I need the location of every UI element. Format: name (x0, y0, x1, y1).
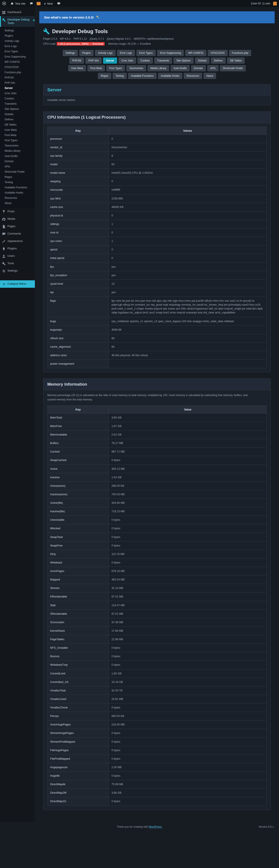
sidebar-subitem[interactable]: Transients (0, 101, 35, 106)
notification-badge[interactable] (37, 2, 40, 5)
tab[interactable]: Site Options (174, 58, 193, 64)
sidebar-item-pages[interactable]: Pages (0, 223, 35, 230)
sidebar-item-posts[interactable]: Posts (0, 208, 35, 215)
sidebar-subitem[interactable]: About (0, 200, 35, 206)
tab[interactable]: Taxonomies (126, 65, 146, 71)
sidebar-item-developer-debug-tools[interactable]: Developer Debug Tools (0, 16, 35, 27)
sidebar-subitem[interactable]: DB Tables (0, 122, 35, 127)
value-cell: 110.78 MB (109, 550, 267, 558)
sidebar-subitem[interactable]: Taxonomies (0, 143, 35, 148)
tab[interactable]: Functions.php (229, 50, 251, 56)
sidebar-subitem[interactable]: Functions.php (0, 70, 35, 75)
tab[interactable]: Settings (63, 50, 78, 56)
sidebar-subitem[interactable]: Error Suppressing (0, 54, 35, 59)
tab[interactable]: Cron Jobs (119, 58, 136, 64)
sidebar-subitem[interactable]: Globals (0, 112, 35, 117)
tab[interactable]: About (204, 73, 216, 79)
sidebar-subitem[interactable]: Domain (0, 159, 35, 164)
tab[interactable]: Post Types (106, 65, 125, 71)
sidebar-item-media[interactable]: Media (0, 215, 35, 223)
sidebar-subitem[interactable]: WP-CONFIG (0, 59, 35, 64)
sidebar-subitem[interactable]: PHP Info (0, 80, 35, 86)
sidebar-item-settings[interactable]: Settings (0, 267, 35, 275)
tab[interactable]: Post Meta (87, 65, 105, 71)
new-content-link[interactable]: + New (42, 0, 55, 7)
sidebar-subitem[interactable]: APIs (0, 164, 35, 169)
tab[interactable]: Cookies (137, 58, 153, 64)
sidebar-item-appearance[interactable]: Appearance (0, 238, 35, 245)
tab[interactable]: WP-CONFIG (185, 50, 206, 56)
debug-tools-adminbar-link[interactable] (55, 0, 63, 7)
key-cell: bugs (48, 317, 109, 326)
sidebar-subitem[interactable]: Media Library (0, 148, 35, 153)
tab[interactable]: Transients (154, 58, 172, 64)
tab[interactable]: Activity Logs (95, 50, 115, 56)
submenu-list-item: APIs (0, 164, 35, 169)
sidebar-item-users[interactable]: Users (0, 252, 35, 260)
tab[interactable]: APIs (207, 65, 218, 71)
sidebar-subitem[interactable]: PHP.INI (0, 75, 35, 80)
sidebar-subitem[interactable]: Resources (0, 195, 35, 200)
sidebar-subitem[interactable]: Error Logs (0, 43, 35, 49)
tab[interactable]: Shortcode Finder (220, 65, 246, 71)
sidebar-item-plugins[interactable]: Plugins (0, 245, 35, 252)
sidebar-subitem[interactable]: Server (0, 86, 35, 91)
sidebar-subitem[interactable]: Plugins (0, 33, 35, 38)
sidebar-item-tools[interactable]: Tools (0, 260, 35, 267)
tab[interactable]: PHP Info (86, 58, 101, 64)
collapse-menu-button[interactable]: Collapse Menu (0, 280, 35, 288)
sidebar-subitem[interactable]: Post Types (0, 138, 35, 143)
comments-link[interactable] (28, 0, 35, 7)
tab[interactable]: Media Library (148, 65, 169, 71)
sidebar-subitem[interactable]: Post Meta (0, 132, 35, 138)
sidebar-subitem[interactable]: Activity Logs (0, 38, 35, 43)
tab[interactable]: Error Suppressing (157, 50, 184, 56)
tab[interactable]: User Meta (68, 65, 86, 71)
wordpress-link[interactable]: WordPress. (149, 825, 162, 828)
submenu-list-item: Available Hooks (0, 190, 35, 195)
tab[interactable]: Defines (211, 58, 226, 64)
wp-logo[interactable]: W (0, 0, 8, 7)
tab[interactable]: Regex (98, 73, 111, 79)
tab[interactable]: Server (103, 58, 117, 64)
tab[interactable]: HTACCESS (208, 50, 227, 56)
tab[interactable]: DB Tables (227, 58, 245, 64)
tab[interactable]: Error Logs (117, 50, 135, 56)
value-cell: 0 (109, 228, 267, 237)
whats-new-banner[interactable]: See what's new in version 2.0.3! (39, 11, 275, 23)
tab[interactable]: Resources (184, 73, 202, 79)
tab[interactable]: Available Hooks (158, 73, 182, 79)
sidebar-subitem[interactable]: Settings (0, 28, 35, 33)
sidebar-subitem[interactable]: Testing (0, 180, 35, 185)
footer-version: Version 6.8.1 (258, 825, 274, 828)
sidebar-subitem[interactable]: Defines (0, 117, 35, 122)
sidebar-subitem[interactable]: Available Functions (0, 185, 35, 190)
tab[interactable]: Plugins (79, 50, 94, 56)
sidebar-item-comments[interactable]: Comments (0, 230, 35, 238)
sidebar-subitem[interactable]: Shortcode Finder (0, 169, 35, 175)
sidebar-subitem[interactable]: Available Hooks (0, 190, 35, 195)
tab[interactable]: Globals (195, 58, 210, 64)
account-link[interactable]: (User ID: 1) user (249, 0, 279, 7)
site-name-link[interactable]: Test site (8, 0, 28, 7)
sidebar-item-dashboard[interactable]: Dashboard (0, 9, 35, 16)
tab[interactable]: Available Functions (128, 73, 156, 79)
sidebar-subitem[interactable]: Cookies (0, 96, 35, 101)
sidebar-subitem[interactable]: Cron Jobs (0, 91, 35, 96)
tab[interactable]: PHP.INI (69, 58, 84, 64)
value-cell: 560.00 KB (109, 712, 267, 720)
sidebar-subitem[interactable]: Auto-Drafts (0, 153, 35, 159)
sidebar-subitem[interactable]: User Meta (0, 127, 35, 132)
sidebar-subitem[interactable]: Site Options (0, 106, 35, 112)
tab[interactable]: Auto-Drafts (171, 65, 190, 71)
table-row: Unevictable 0 bytes (48, 516, 267, 524)
sidebar-subitem[interactable]: HTACCESS (0, 64, 35, 70)
sidebar-subitem[interactable]: Regex (0, 175, 35, 180)
tab[interactable]: Error Types (136, 50, 156, 56)
tab[interactable]: Testing (113, 73, 127, 79)
wordpress-icon: W (2, 2, 6, 5)
value-cell: cpu_meltdown spectre_v1 spectre_v2 spec_… (109, 317, 267, 326)
tab[interactable]: Domain (191, 65, 206, 71)
sidebar-subitem[interactable]: Error Types (0, 49, 35, 54)
key-cell: DirectMap4k (48, 780, 109, 789)
